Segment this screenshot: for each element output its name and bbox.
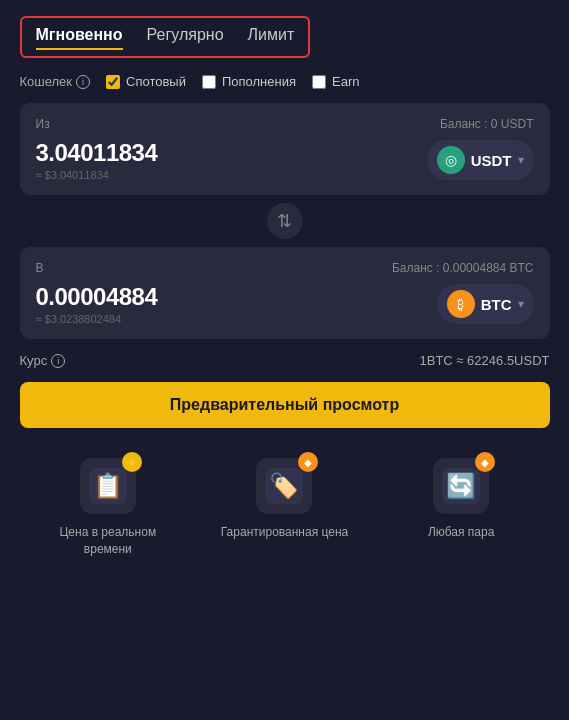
realtime-badge: ⚡ [122,452,142,472]
from-card: Из Баланс : 0 USDT 3.04011834 ≈ $3.04011… [20,103,550,195]
from-amount-block: 3.04011834 ≈ $3.04011834 [36,139,158,181]
from-chevron-icon: ▾ [518,153,524,167]
to-amount-usd: ≈ $3.0238802484 [36,313,158,325]
spot-checkbox-group[interactable]: Спотовый [106,74,186,89]
realtime-label: Цена в реальном времени [38,524,178,558]
from-card-header: Из Баланс : 0 USDT [36,117,534,131]
feature-realtime: ⚡ 📋 Цена в реальном времени [38,458,178,558]
guaranteed-label: Гарантированная цена [221,524,348,541]
preview-button[interactable]: Предварительный просмотр [20,382,550,428]
guaranteed-icon: 🏷️ [265,468,303,504]
tab-regular[interactable]: Регулярно [147,26,224,48]
usdt-icon: ◎ [437,146,465,174]
to-amount: 0.00004884 [36,283,158,311]
from-card-body: 3.04011834 ≈ $3.04011834 ◎ USDT ▾ [36,139,534,181]
features-row: ⚡ 📋 Цена в реальном времени ◆ 🏷️ Гаранти… [20,458,550,558]
realtime-icon-wrap: ⚡ 📋 [80,458,136,514]
rate-info-icon[interactable]: i [51,354,65,368]
to-chevron-icon: ▾ [518,297,524,311]
rate-label: Курс i [20,353,66,368]
to-card: В Баланс : 0.00004884 BTC 0.00004884 ≈ $… [20,247,550,339]
spot-label: Спотовый [126,74,186,89]
earn-checkbox[interactable] [312,75,326,89]
earn-label: Earn [332,74,359,89]
to-card-header: В Баланс : 0.00004884 BTC [36,261,534,275]
spot-checkbox[interactable] [106,75,120,89]
feature-any-pair: ◆ 🔄 Любая пара [391,458,531,558]
rate-text: Курс [20,353,48,368]
wallet-text: Кошелек [20,74,73,89]
tab-bar: Мгновенно Регулярно Лимит [20,16,311,58]
from-label: Из [36,117,50,131]
from-balance: Баланс : 0 USDT [440,117,534,131]
rate-value: 1BTC ≈ 62246.5USDT [420,353,550,368]
main-container: Мгновенно Регулярно Лимит Кошелек i Спот… [20,16,550,558]
replenishment-checkbox[interactable] [202,75,216,89]
to-balance: Баланс : 0.00004884 BTC [392,261,534,275]
from-amount-usd: ≈ $3.04011834 [36,169,158,181]
any-pair-icon: 🔄 [442,468,480,504]
from-currency-selector[interactable]: ◎ USDT ▾ [427,140,534,180]
to-currency-selector[interactable]: ₿ BTC ▾ [437,284,534,324]
any-pair-label: Любая пара [428,524,495,541]
feature-guaranteed: ◆ 🏷️ Гарантированная цена [214,458,354,558]
to-currency-name: BTC [481,296,512,313]
replenishment-checkbox-group[interactable]: Пополнения [202,74,296,89]
realtime-icon: 📋 [89,468,127,504]
wallet-info-icon[interactable]: i [76,75,90,89]
wallet-label: Кошелек i [20,74,91,89]
from-currency-name: USDT [471,152,512,169]
to-label: В [36,261,44,275]
swap-button[interactable]: ⇅ [267,203,303,239]
replenishment-label: Пополнения [222,74,296,89]
to-amount-block: 0.00004884 ≈ $3.0238802484 [36,283,158,325]
to-card-body: 0.00004884 ≈ $3.0238802484 ₿ BTC ▾ [36,283,534,325]
from-amount: 3.04011834 [36,139,158,167]
tab-instant[interactable]: Мгновенно [36,26,123,48]
wallet-row: Кошелек i Спотовый Пополнения Earn [20,74,550,89]
tab-limit[interactable]: Лимит [248,26,295,48]
earn-checkbox-group[interactable]: Earn [312,74,359,89]
btc-icon: ₿ [447,290,475,318]
guaranteed-icon-wrap: ◆ 🏷️ [256,458,312,514]
swap-row: ⇅ [20,203,550,239]
rate-row: Курс i 1BTC ≈ 62246.5USDT [20,353,550,368]
any-pair-badge: ◆ [475,452,495,472]
guaranteed-badge: ◆ [298,452,318,472]
any-pair-icon-wrap: ◆ 🔄 [433,458,489,514]
